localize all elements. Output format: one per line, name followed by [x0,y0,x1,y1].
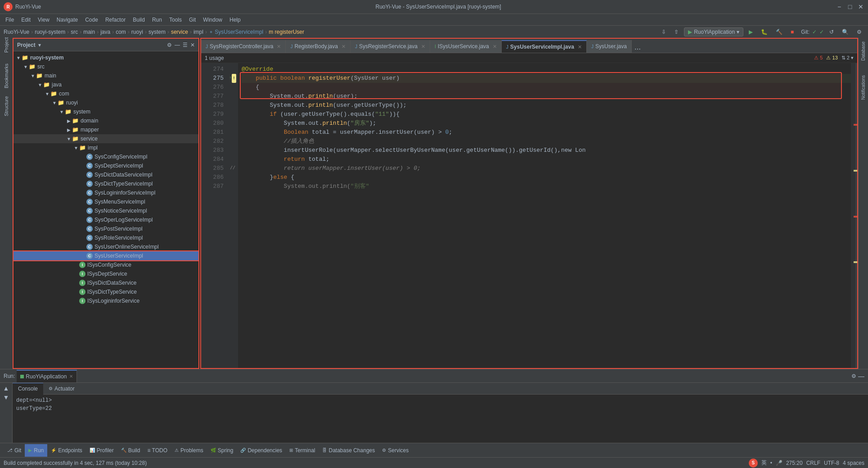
code-content-area[interactable]: @Override public boolean registerUser(Sy… [238,63,851,368]
breadcrumb-java[interactable]: java [100,29,110,35]
search-everywhere[interactable]: 🔍 [839,28,851,36]
tree-item-java[interactable]: ▼ 📁 java [13,80,198,89]
breadcrumb-main[interactable]: main [83,29,95,35]
menu-navigate[interactable]: Navigate [53,16,81,24]
tree-item-system[interactable]: ▼ 📁 system [13,107,198,116]
footer-tab-db-changes[interactable]: 🗄 Database Changes [319,444,378,457]
tree-item-ruoyi-system[interactable]: ▼ 📁 ruoyi-system [13,53,198,62]
tab-RegisterBody[interactable]: J RegisterBody.java ✕ [286,40,351,53]
footer-tab-spring[interactable]: 🌿 Spring [207,444,237,457]
project-icon[interactable]: Project [1,40,12,50]
run-button[interactable]: ▶ [746,28,756,36]
tree-item-SysOperLogServiceImpl[interactable]: C SysOperLogServiceImpl [13,215,198,224]
bookmarks-icon[interactable]: Bookmarks [1,70,12,81]
footer-tab-problems[interactable]: ⚠ Problems [171,444,207,457]
footer-tab-deps[interactable]: 🔗 Dependencies [237,444,286,457]
tab-ISysUserService[interactable]: I ISysUserService.java ✕ [430,40,502,53]
tree-item-src[interactable]: ▼ 📁 src [13,62,198,71]
console-minimize-icon[interactable]: — [858,373,864,380]
editor-scrollbar[interactable] [851,63,857,368]
status-charset[interactable]: UTF-8 [824,460,839,466]
menu-code[interactable]: Code [81,16,102,24]
tree-item-ISysLogininforService[interactable]: I ISysLogininforService [13,296,198,305]
tree-item-ISysDictDataService[interactable]: I ISysDictDataService [13,278,198,287]
status-encoding[interactable]: CRLF [806,460,820,466]
actuator-tab[interactable]: ⚙ Actuator [43,383,80,395]
git-rollback[interactable]: ↺ [827,28,837,36]
breadcrumb-src[interactable]: src [71,29,78,35]
breadcrumb-ruoyi[interactable]: ruoyi [131,29,143,35]
tree-item-ISysDeptService[interactable]: I ISysDeptService [13,269,198,278]
tree-item-mapper[interactable]: ▶ 📁 mapper [13,125,198,134]
notifications-icon[interactable]: Notifications [861,73,866,101]
structure-icon[interactable]: Structure [1,101,12,112]
menu-refactor[interactable]: Refactor [102,16,129,24]
tab-SysUserServiceImpl[interactable]: J SysUserServiceImpl.java ✕ [502,40,587,53]
tree-item-SysPostServiceImpl[interactable]: C SysPostServiceImpl [13,224,198,233]
tree-item-service[interactable]: ▼ 📁 service [13,134,198,143]
tab-SysRegisterController[interactable]: J SysRegisterController.java ✕ [201,40,286,53]
console-settings-icon[interactable]: ⚙ [851,373,856,379]
project-collapse-icon[interactable]: — [175,42,180,48]
footer-tab-endpoints[interactable]: ⚡ Endpoints [47,444,85,457]
project-gear-icon[interactable]: ⚙ [167,42,172,48]
tree-item-SysNoticeServiceImpl[interactable]: C SysNoticeServiceImpl [13,206,198,215]
status-position[interactable]: 275:20 [786,460,803,466]
run-config-dropdown[interactable]: ▾ [737,29,739,35]
tree-item-SysMenuServiceImpl[interactable]: C SysMenuServiceImpl [13,197,198,206]
tab-SysRegisterService[interactable]: J SysRegisterService.java ✕ [351,40,430,53]
status-mic[interactable]: 🎤 [776,460,783,466]
footer-tab-todo[interactable]: ≡ TODO [144,444,171,457]
project-tree[interactable]: ▼ 📁 ruoyi-system ▼ 📁 src ▼ 📁 main ▼ 📁 ja… [13,51,198,368]
status-indent[interactable]: 4 spaces [843,460,864,466]
breadcrumb-app[interactable]: RuoYi-Vue [4,29,29,35]
close-button[interactable]: ✕ [857,3,864,10]
run-tab-close[interactable]: ✕ [69,374,73,379]
project-dropdown[interactable]: ▾ [38,42,41,48]
console-tab[interactable]: Console [13,383,43,395]
tree-item-SysLogininforServiceImpl[interactable]: C SysLogininforServiceImpl [13,188,198,197]
debug-button[interactable]: 🐛 [758,28,770,36]
menu-tools[interactable]: Tools [166,16,185,24]
menu-build[interactable]: Build [129,16,148,24]
tree-item-domain[interactable]: ▶ 📁 domain [13,116,198,125]
tab-close-icon[interactable]: ✕ [342,44,346,50]
breadcrumb-com[interactable]: com [116,29,126,35]
tree-item-ruoyi[interactable]: ▼ 📁 ruoyi [13,98,198,107]
footer-tab-git[interactable]: ⎇ Git [4,444,25,457]
breadcrumb-service[interactable]: service [171,29,188,35]
footer-tab-build[interactable]: 🔨 Build [117,444,144,457]
tree-item-SysDictDataServiceImpl[interactable]: C SysDictDataServiceImpl [13,170,198,179]
tree-item-SysDeptServiceImpl[interactable]: C SysDeptServiceImpl [13,161,198,170]
database-icon[interactable]: Database [861,40,866,63]
tree-item-impl[interactable]: ▼ 📁 impl [13,143,198,152]
tree-item-SysUserServiceImpl[interactable]: C SysUserServiceImpl [13,251,198,260]
vcs-update-button[interactable]: ⇩ [659,28,669,36]
console-scroll-down[interactable]: ▼ [3,394,9,401]
breadcrumb-module[interactable]: ruoyi-system [35,29,65,35]
tab-close-icon[interactable]: ✕ [578,44,582,50]
breadcrumb-impl[interactable]: impl [193,29,203,35]
tab-close-icon[interactable]: ✕ [421,44,425,50]
menu-git[interactable]: Git [185,16,199,24]
minimize-button[interactable]: − [836,3,843,10]
console-scroll-up[interactable]: ▲ [3,385,9,392]
breadcrumb-system[interactable]: system [148,29,166,35]
breadcrumb-class[interactable]: ⚬ SysUserServiceImpl [209,29,263,35]
breadcrumb-method[interactable]: m registerUser [269,29,304,35]
build-button[interactable]: 🔨 [773,28,785,36]
menu-help[interactable]: Help [226,16,244,24]
status-lang[interactable]: 英 [761,459,767,467]
footer-tab-profiler[interactable]: 📊 Profiler [86,444,117,457]
tree-item-SysConfigServiceImpl[interactable]: C SysConfigServiceImpl [13,152,198,161]
menu-view[interactable]: View [34,16,53,24]
tree-item-ISysConfigService[interactable]: I ISysConfigService [13,260,198,269]
tab-overflow-button[interactable]: ⋯ [632,45,643,53]
project-settings-icon[interactable]: ☰ [183,42,188,48]
tree-item-SysUserOnlineServiceImpl[interactable]: C SysUserOnlineServiceImpl [13,242,198,251]
editor-actions[interactable]: ⇅ 2 ▾ [841,55,854,61]
vcs-push-button[interactable]: ⇧ [671,28,681,36]
menu-file[interactable]: File [2,16,18,24]
footer-tab-services[interactable]: ⚙ Services [378,444,412,457]
footer-tab-terminal[interactable]: ⊞ Terminal [286,444,319,457]
